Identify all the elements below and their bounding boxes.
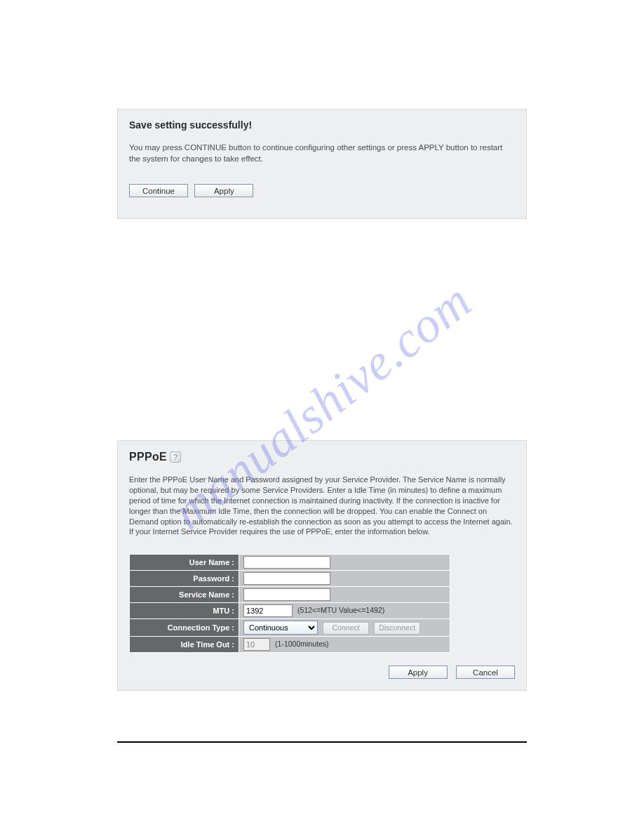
save-success-title: Save setting successfully! <box>129 119 515 131</box>
pppoe-form-table: User Name : Password : Service Name : MT… <box>129 554 450 653</box>
idle-timeout-input <box>243 638 270 651</box>
pppoe-description: Enter the PPPoE User Name and Password a… <box>129 475 515 537</box>
apply-button-top[interactable]: Apply <box>194 184 253 197</box>
save-success-text: You may press CONTINUE button to continu… <box>129 142 515 164</box>
row-user-name: User Name : <box>130 555 450 571</box>
service-name-label: Service Name : <box>130 587 239 603</box>
save-success-panel: Save setting successfully! You may press… <box>117 109 527 219</box>
mtu-hint: (512<=MTU Value<=1492) <box>297 606 384 614</box>
pppoe-title: PPPoE <box>129 451 167 463</box>
save-success-actions: Continue Apply <box>129 184 515 197</box>
continue-button[interactable]: Continue <box>129 184 188 197</box>
mtu-input[interactable] <box>243 604 293 617</box>
help-icon[interactable]: ? <box>170 451 181 463</box>
idle-timeout-label: Idle Time Out : <box>130 637 239 653</box>
idle-timeout-hint: (1-1000minutes) <box>275 640 328 648</box>
pppoe-footer: Apply Cancel <box>129 666 515 679</box>
row-password: Password : <box>130 571 450 587</box>
row-service-name: Service Name : <box>130 587 450 603</box>
disconnect-button[interactable]: Disconnect <box>374 622 420 635</box>
connection-type-label: Connection Type : <box>130 619 239 637</box>
service-name-input[interactable] <box>243 588 330 601</box>
mtu-label: MTU : <box>130 603 239 619</box>
pppoe-panel: PPPoE ? Enter the PPPoE User Name and Pa… <box>117 440 527 691</box>
password-input[interactable] <box>243 572 330 585</box>
spacer <box>117 219 527 440</box>
row-mtu: MTU : (512<=MTU Value<=1492) <box>130 603 450 619</box>
row-idle-timeout: Idle Time Out : (1-1000minutes) <box>130 637 450 653</box>
cancel-button[interactable]: Cancel <box>456 666 515 679</box>
connection-type-select[interactable]: Continuous <box>243 621 318 635</box>
row-connection-type: Connection Type : Continuous Connect Dis… <box>130 619 450 637</box>
password-label: Password : <box>130 571 239 587</box>
user-name-label: User Name : <box>130 555 239 571</box>
apply-button-bottom[interactable]: Apply <box>389 666 448 679</box>
connect-button[interactable]: Connect <box>323 622 369 635</box>
user-name-input[interactable] <box>243 556 330 569</box>
page-divider <box>117 741 527 743</box>
